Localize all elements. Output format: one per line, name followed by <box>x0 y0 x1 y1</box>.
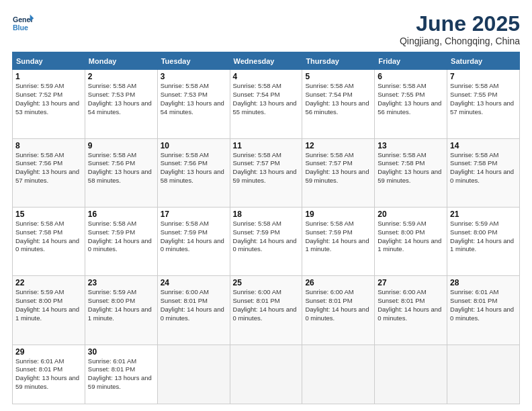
calendar-cell <box>302 345 375 404</box>
day-number: 22 <box>15 278 82 287</box>
sunset-label: Sunset: 7:59 PM <box>233 228 280 236</box>
sunrise-label: Sunrise: 5:58 AM <box>161 220 209 227</box>
day-number: 16 <box>88 210 154 219</box>
daylight-label: Daylight: 14 hours and 0 minutes. <box>233 306 297 322</box>
sunset-label: Sunset: 8:01 PM <box>378 297 425 304</box>
sunset-label: Sunset: 7:57 PM <box>233 159 280 167</box>
sunset-label: Sunset: 7:53 PM <box>161 91 208 98</box>
daylight-label: Daylight: 13 hours and 57 minutes. <box>450 99 514 116</box>
sunset-label: Sunset: 8:00 PM <box>378 228 425 236</box>
day-number: 8 <box>15 141 82 150</box>
day-info: Sunrise: 5:58 AM Sunset: 7:58 PM Dayligh… <box>450 151 517 185</box>
daylight-label: Daylight: 14 hours and 0 minutes. <box>161 237 224 253</box>
day-number: 25 <box>233 278 300 287</box>
day-number: 3 <box>161 72 227 81</box>
calendar-table: Sunday Monday Tuesday Wednesday Thursday… <box>12 52 520 404</box>
day-number: 19 <box>305 210 371 219</box>
day-number: 30 <box>88 347 154 357</box>
sunrise-label: Sunrise: 6:00 AM <box>378 288 426 295</box>
header-saturday: Saturday <box>447 52 520 70</box>
day-number: 6 <box>378 72 444 81</box>
calendar-cell: 20 Sunrise: 5:59 AM Sunset: 8:00 PM Dayl… <box>375 207 447 275</box>
day-number: 1 <box>15 72 82 81</box>
day-number: 15 <box>15 210 82 219</box>
sunset-label: Sunset: 7:58 PM <box>15 228 62 236</box>
sunrise-label: Sunrise: 5:58 AM <box>305 220 353 227</box>
header-monday: Monday <box>85 52 157 70</box>
calendar-cell: 6 Sunrise: 5:58 AM Sunset: 7:55 PM Dayli… <box>375 70 447 138</box>
daylight-label: Daylight: 14 hours and 1 minute. <box>305 237 369 253</box>
sunrise-label: Sunrise: 6:01 AM <box>15 357 64 365</box>
sunset-label: Sunset: 8:01 PM <box>15 365 62 373</box>
logo: General Blue <box>12 12 34 34</box>
sunrise-label: Sunrise: 6:01 AM <box>450 288 498 295</box>
logo-icon: General Blue <box>12 12 34 34</box>
sunrise-label: Sunrise: 5:58 AM <box>305 151 353 158</box>
daylight-label: Daylight: 14 hours and 0 minutes. <box>305 306 369 322</box>
daylight-label: Daylight: 14 hours and 1 minute. <box>378 237 441 253</box>
daylight-label: Daylight: 14 hours and 0 minutes. <box>450 168 514 184</box>
sunrise-label: Sunrise: 5:58 AM <box>88 220 136 227</box>
day-number: 14 <box>450 141 517 150</box>
calendar-cell: 16 Sunrise: 5:58 AM Sunset: 7:59 PM Dayl… <box>85 207 157 275</box>
calendar-cell <box>375 345 447 404</box>
sunrise-label: Sunrise: 5:58 AM <box>233 151 281 158</box>
sunset-label: Sunset: 7:55 PM <box>450 91 497 98</box>
day-number: 10 <box>161 141 227 150</box>
daylight-label: Daylight: 13 hours and 59 minutes. <box>233 168 297 184</box>
day-number: 20 <box>378 210 444 219</box>
calendar-cell: 9 Sunrise: 5:58 AM Sunset: 7:56 PM Dayli… <box>85 138 157 207</box>
day-info: Sunrise: 5:59 AM Sunset: 8:00 PM Dayligh… <box>15 288 82 322</box>
calendar-cell: 30 Sunrise: 6:01 AM Sunset: 8:01 PM Dayl… <box>85 345 157 404</box>
calendar-cell: 2 Sunrise: 5:58 AM Sunset: 7:53 PM Dayli… <box>85 70 157 138</box>
sunrise-label: Sunrise: 6:01 AM <box>88 357 136 365</box>
day-info: Sunrise: 6:00 AM Sunset: 8:01 PM Dayligh… <box>305 288 371 322</box>
daylight-label: Daylight: 13 hours and 59 minutes. <box>15 374 79 390</box>
sunset-label: Sunset: 8:01 PM <box>233 297 280 304</box>
location: Qingjiang, Chongqing, China <box>400 36 520 46</box>
day-info: Sunrise: 5:58 AM Sunset: 7:57 PM Dayligh… <box>305 151 371 185</box>
day-info: Sunrise: 5:58 AM Sunset: 7:59 PM Dayligh… <box>161 220 227 254</box>
day-info: Sunrise: 6:01 AM Sunset: 8:01 PM Dayligh… <box>450 288 517 322</box>
calendar-cell <box>230 345 302 404</box>
sunrise-label: Sunrise: 5:58 AM <box>15 220 64 227</box>
day-info: Sunrise: 6:01 AM Sunset: 8:01 PM Dayligh… <box>88 357 154 392</box>
day-info: Sunrise: 5:59 AM Sunset: 7:52 PM Dayligh… <box>15 82 82 116</box>
day-number: 26 <box>305 278 371 287</box>
sunset-label: Sunset: 7:56 PM <box>88 159 135 167</box>
calendar-cell: 10 Sunrise: 5:58 AM Sunset: 7:56 PM Dayl… <box>157 138 230 207</box>
sunrise-label: Sunrise: 5:58 AM <box>15 151 64 158</box>
sunset-label: Sunset: 7:59 PM <box>305 228 352 236</box>
daylight-label: Daylight: 13 hours and 55 minutes. <box>233 99 297 116</box>
day-info: Sunrise: 5:58 AM Sunset: 7:59 PM Dayligh… <box>233 220 300 254</box>
sunset-label: Sunset: 7:55 PM <box>378 91 425 98</box>
day-info: Sunrise: 5:58 AM Sunset: 7:59 PM Dayligh… <box>305 220 371 254</box>
daylight-label: Daylight: 14 hours and 1 minute. <box>450 237 514 253</box>
sunset-label: Sunset: 7:58 PM <box>378 159 425 167</box>
daylight-label: Daylight: 13 hours and 53 minutes. <box>15 99 79 116</box>
day-number: 18 <box>233 210 300 219</box>
header-sunday: Sunday <box>13 52 85 70</box>
sunrise-label: Sunrise: 5:58 AM <box>233 82 281 89</box>
calendar-week-row: 8 Sunrise: 5:58 AM Sunset: 7:56 PM Dayli… <box>13 138 520 207</box>
calendar-week-row: 29 Sunrise: 6:01 AM Sunset: 8:01 PM Dayl… <box>13 345 520 404</box>
daylight-label: Daylight: 13 hours and 56 minutes. <box>305 99 369 116</box>
calendar-week-row: 15 Sunrise: 5:58 AM Sunset: 7:58 PM Dayl… <box>13 207 520 275</box>
calendar-cell: 18 Sunrise: 5:58 AM Sunset: 7:59 PM Dayl… <box>230 207 302 275</box>
day-info: Sunrise: 5:58 AM Sunset: 7:59 PM Dayligh… <box>88 220 154 254</box>
header-friday: Friday <box>375 52 447 70</box>
calendar-cell: 15 Sunrise: 5:58 AM Sunset: 7:58 PM Dayl… <box>13 207 85 275</box>
sunset-label: Sunset: 7:54 PM <box>233 91 280 98</box>
day-number: 11 <box>233 141 300 150</box>
day-number: 21 <box>450 210 517 219</box>
daylight-label: Daylight: 14 hours and 0 minutes. <box>161 306 224 322</box>
calendar-cell: 4 Sunrise: 5:58 AM Sunset: 7:54 PM Dayli… <box>230 70 302 138</box>
calendar-cell: 14 Sunrise: 5:58 AM Sunset: 7:58 PM Dayl… <box>447 138 520 207</box>
calendar-cell: 3 Sunrise: 5:58 AM Sunset: 7:53 PM Dayli… <box>157 70 230 138</box>
calendar-week-row: 1 Sunrise: 5:59 AM Sunset: 7:52 PM Dayli… <box>13 70 520 138</box>
daylight-label: Daylight: 13 hours and 57 minutes. <box>15 168 79 184</box>
sunset-label: Sunset: 8:00 PM <box>88 297 135 304</box>
daylight-label: Daylight: 13 hours and 59 minutes. <box>378 168 441 184</box>
sunset-label: Sunset: 7:57 PM <box>305 159 352 167</box>
calendar-cell: 8 Sunrise: 5:58 AM Sunset: 7:56 PM Dayli… <box>13 138 85 207</box>
